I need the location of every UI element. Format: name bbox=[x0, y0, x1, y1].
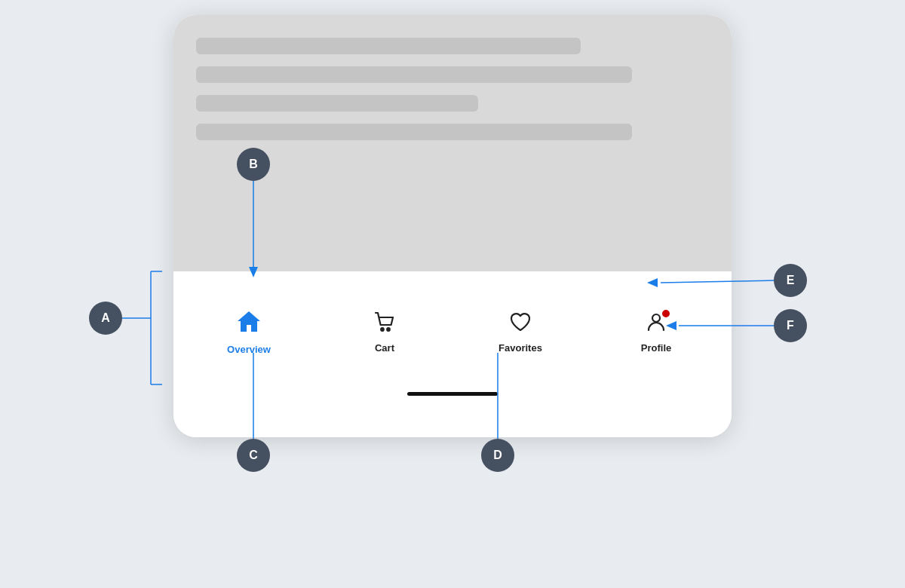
annotation-e: E bbox=[774, 264, 807, 297]
svg-point-12 bbox=[381, 328, 384, 331]
tab-favorites-label: Favorites bbox=[499, 342, 542, 354]
skeleton-bar-1 bbox=[196, 38, 581, 54]
tab-profile[interactable]: Profile bbox=[588, 304, 724, 360]
tab-bar: Overview Cart bbox=[173, 271, 732, 437]
home-indicator bbox=[407, 392, 498, 396]
annotation-f: F bbox=[774, 309, 807, 342]
tab-profile-label: Profile bbox=[641, 342, 671, 354]
tab-cart-label: Cart bbox=[375, 342, 394, 354]
skeleton-bar-2 bbox=[196, 66, 632, 83]
content-area bbox=[173, 15, 732, 271]
cart-icon bbox=[373, 310, 397, 339]
annotation-c: C bbox=[237, 439, 270, 472]
svg-point-13 bbox=[387, 328, 390, 331]
tab-overview[interactable]: Overview bbox=[181, 302, 317, 361]
tab-overview-label: Overview bbox=[227, 344, 271, 355]
tabs-container: Overview Cart bbox=[173, 271, 732, 392]
notification-dot bbox=[661, 308, 671, 319]
app-container: Overview Cart bbox=[173, 15, 732, 437]
profile-icon-wrap bbox=[644, 310, 668, 339]
svg-point-14 bbox=[652, 314, 660, 322]
skeleton-bar-3 bbox=[196, 95, 478, 112]
tab-cart[interactable]: Cart bbox=[317, 304, 452, 360]
annotation-a: A bbox=[89, 302, 122, 335]
annotation-b: B bbox=[237, 148, 270, 181]
skeleton-bar-4 bbox=[196, 124, 632, 140]
annotation-d: D bbox=[481, 439, 514, 472]
heart-icon bbox=[508, 310, 532, 339]
tab-favorites[interactable]: Favorites bbox=[452, 304, 588, 360]
profile-icon-container bbox=[644, 310, 668, 339]
home-icon bbox=[235, 308, 262, 341]
